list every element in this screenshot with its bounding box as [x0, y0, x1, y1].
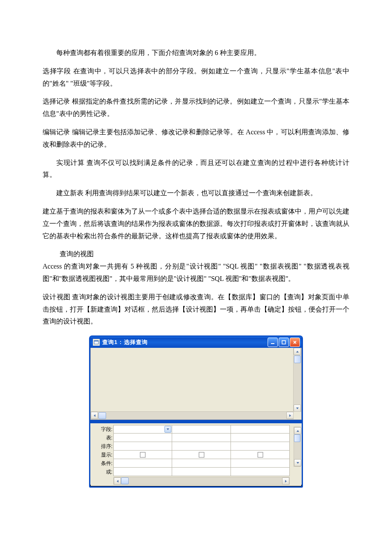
criteria-cell-3[interactable] — [231, 459, 290, 468]
paragraph-views-list: Access 的查询对象一共拥有 5 种视图，分别是"设计视图" "SQL 视图… — [43, 260, 349, 285]
scrollbar-up-arrow-icon[interactable] — [294, 427, 301, 434]
scrollbar-thumb[interactable] — [98, 412, 106, 419]
scrollbar-left-arrow-icon[interactable] — [114, 477, 121, 485]
grid-horizontal-scrollbar[interactable] — [113, 477, 290, 485]
row-label-show: 显示: — [90, 451, 113, 459]
scrollbar-left-arrow-icon[interactable] — [91, 412, 98, 419]
field-cell-3[interactable] — [231, 425, 290, 434]
show-checkbox-1[interactable] — [140, 452, 146, 457]
window-maximize-button[interactable] — [279, 338, 289, 347]
field-cell-1[interactable] — [113, 425, 172, 434]
pane-splitter[interactable] — [90, 420, 302, 423]
scrollbar-down-arrow-icon[interactable] — [294, 459, 301, 466]
query-design-grid: 字段: 表: 排序: — [90, 425, 293, 476]
paragraph-select-fields: 选择字段 在查询中，可以只选择表中的部分字段。例如建立一个查询，只显示"学生基本… — [43, 65, 349, 90]
svg-rect-2 — [271, 343, 274, 344]
table-cell-3[interactable] — [231, 434, 290, 442]
paragraph-edit-records: 编辑记录 编辑记录主要包括添加记录、修改记录和删除记录等。在 Access 中，… — [43, 126, 349, 151]
row-label-sort: 排序: — [90, 442, 113, 451]
paragraph-report-form: 建立基于查询的报表和窗体为了从一个或多个表中选择合适的数据显示在报表或窗体中，用… — [43, 205, 349, 242]
svg-rect-1 — [94, 341, 98, 341]
paragraph-new-table: 建立新表 利用查询得到结果可以建立一个新表，也可以直接通过一个查询来创建新表。 — [43, 187, 349, 199]
or-cell-3[interactable] — [231, 468, 290, 476]
paragraph-design-view: 设计视图 查询对象的设计视图主要用于创建或修改查询。在【数据库】窗口的【查询】对… — [43, 291, 349, 328]
window-minimize-button[interactable] — [268, 338, 278, 347]
table-pane-vertical-scrollbar[interactable] — [293, 348, 301, 412]
scrollbar-corner — [293, 411, 301, 419]
scrollbar-thumb[interactable] — [294, 356, 301, 363]
show-checkbox-2[interactable] — [199, 452, 204, 457]
sort-cell-3[interactable] — [231, 442, 290, 451]
paragraph-calculation: 实现计算 查询不仅可以找到满足条件的记录，而且还可以在建立查询的过程中进行各种统… — [43, 157, 349, 182]
table-cell-1[interactable] — [113, 434, 172, 442]
paragraph-intro: 每种查询都有着很重要的应用，下面介绍查询对象的 6 种主要应用。 — [43, 47, 349, 59]
row-label-field: 字段: — [90, 425, 113, 434]
table-pane-horizontal-scrollbar[interactable] — [91, 411, 294, 419]
grid-vertical-scrollbar[interactable] — [294, 427, 301, 467]
show-checkbox-3[interactable] — [257, 452, 263, 457]
scrollbar-up-arrow-icon[interactable] — [294, 348, 301, 355]
svg-rect-3 — [282, 341, 285, 344]
criteria-cell-2[interactable] — [172, 459, 231, 468]
row-label-criteria: 条件: — [90, 459, 113, 468]
show-cell-2[interactable] — [172, 451, 231, 459]
row-label-or: 或: — [90, 468, 113, 476]
window-titlebar[interactable]: 查询1 : 选择查询 — [90, 337, 302, 348]
or-cell-2[interactable] — [172, 468, 231, 476]
scrollbar-thumb[interactable] — [121, 477, 129, 484]
window-close-button[interactable] — [290, 338, 300, 347]
field-dropdown-icon[interactable] — [164, 426, 171, 433]
scrollbar-right-arrow-icon[interactable] — [286, 412, 294, 419]
show-cell-3[interactable] — [231, 451, 290, 459]
table-pane[interactable] — [90, 348, 302, 420]
show-cell-1[interactable] — [113, 451, 172, 459]
window-title-text: 查询1 : 选择查询 — [102, 337, 268, 347]
window-app-icon — [93, 339, 100, 346]
section-title-query-views: 查询的视图 — [43, 248, 349, 260]
scrollbar-down-arrow-icon[interactable] — [294, 405, 301, 412]
sort-cell-1[interactable] — [113, 442, 172, 451]
field-cell-2[interactable] — [172, 425, 231, 434]
design-grid-pane: 字段: 表: 排序: — [90, 423, 302, 485]
sort-cell-2[interactable] — [172, 442, 231, 451]
scrollbar-thumb[interactable] — [294, 434, 300, 442]
row-label-table: 表: — [90, 434, 113, 442]
table-cell-2[interactable] — [172, 434, 231, 442]
scrollbar-right-arrow-icon[interactable] — [282, 477, 289, 485]
or-cell-1[interactable] — [113, 468, 172, 476]
access-query-window: 查询1 : 选择查询 — [89, 335, 303, 488]
criteria-cell-1[interactable] — [113, 459, 172, 468]
paragraph-select-records: 选择记录 根据指定的条件查找所需的记录，并显示找到的记录。例如建立一个查询，只显… — [43, 95, 349, 120]
